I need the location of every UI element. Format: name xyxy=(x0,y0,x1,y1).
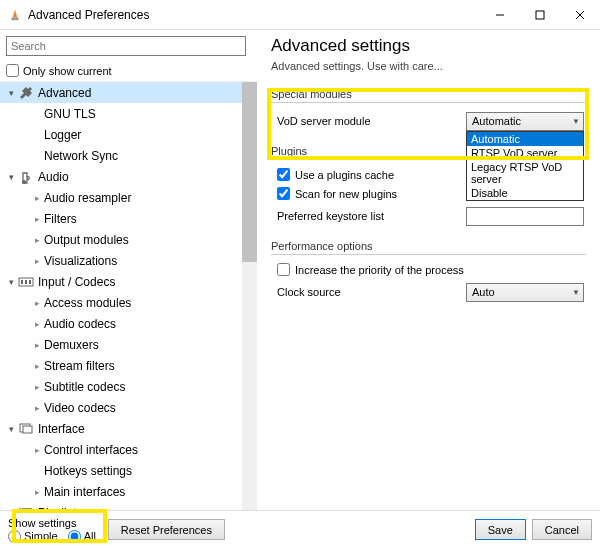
svg-rect-3 xyxy=(536,11,544,19)
scan-new-plugins-checkbox[interactable] xyxy=(277,187,290,200)
vod-server-label: VoD server module xyxy=(271,115,466,127)
preferences-tree[interactable]: ▾ Advanced GNU TLS Logger Network Sync ▾… xyxy=(0,81,257,510)
clock-source-dropdown[interactable]: Auto ▼ xyxy=(466,283,584,302)
tree-item-audio-codecs[interactable]: ▸Audio codecs xyxy=(0,313,257,334)
minimize-button[interactable] xyxy=(480,0,520,30)
window-title: Advanced Preferences xyxy=(28,8,480,22)
svg-marker-0 xyxy=(12,8,17,17)
tree-item-interface[interactable]: ▾ Interface xyxy=(0,418,257,439)
chevron-right-icon[interactable]: ▸ xyxy=(30,298,44,308)
svg-rect-10 xyxy=(29,280,31,284)
tree-item-audio-resampler[interactable]: ▸Audio resampler xyxy=(0,187,257,208)
bottom-bar: Show settings Simple All Reset Preferenc… xyxy=(0,510,600,548)
vod-server-value: Automatic xyxy=(472,115,521,127)
app-icon xyxy=(8,8,22,22)
cancel-button[interactable]: Cancel xyxy=(532,519,592,540)
chevron-down-icon: ▼ xyxy=(572,117,580,126)
show-settings-all[interactable]: All xyxy=(68,530,96,543)
titlebar: Advanced Preferences xyxy=(0,0,600,30)
vod-server-dropdown-list[interactable]: Automatic RTSP VoD server Legacy RTSP Vo… xyxy=(466,131,584,201)
reset-preferences-button[interactable]: Reset Preferences xyxy=(108,519,225,540)
audio-icon xyxy=(18,169,34,185)
svg-point-6 xyxy=(22,180,26,184)
vod-server-dropdown[interactable]: Automatic ▼ Automatic RTSP VoD server Le… xyxy=(466,112,584,131)
tree-item-control-interfaces[interactable]: ▸Control interfaces xyxy=(0,439,257,460)
clock-source-value: Auto xyxy=(472,286,495,298)
codec-icon xyxy=(18,274,34,290)
tree-item-hotkeys-settings[interactable]: Hotkeys settings xyxy=(0,460,257,481)
settings-hint: Advanced settings. Use with care... xyxy=(271,60,586,72)
vod-option-legacy-rtsp[interactable]: Legacy RTSP VoD server xyxy=(467,160,583,186)
chevron-down-icon[interactable]: ▾ xyxy=(4,277,18,287)
svg-rect-1 xyxy=(12,17,19,20)
maximize-button[interactable] xyxy=(520,0,560,30)
chevron-right-icon[interactable]: ▸ xyxy=(30,487,44,497)
vod-option-automatic[interactable]: Automatic xyxy=(467,132,583,146)
tree-item-output-modules[interactable]: ▸Output modules xyxy=(0,229,257,250)
playlist-icon xyxy=(18,505,34,511)
tools-icon xyxy=(18,85,34,101)
only-show-current-label: Only show current xyxy=(23,65,112,77)
tree-item-input-codecs[interactable]: ▾ Input / Codecs xyxy=(0,271,257,292)
chevron-right-icon[interactable]: ▸ xyxy=(30,235,44,245)
chevron-down-icon[interactable]: ▾ xyxy=(4,172,18,182)
settings-title: Advanced settings xyxy=(271,36,586,56)
use-plugins-cache-checkbox[interactable] xyxy=(277,168,290,181)
tree-item-access-modules[interactable]: ▸Access modules xyxy=(0,292,257,313)
increase-priority-label: Increase the priority of the process xyxy=(295,264,464,276)
vod-option-rtsp[interactable]: RTSP VoD server xyxy=(467,146,583,160)
tree-item-video-codecs[interactable]: ▸Video codecs xyxy=(0,397,257,418)
show-settings-label: Show settings xyxy=(8,517,102,529)
tree-item-advanced[interactable]: ▾ Advanced xyxy=(0,82,257,103)
increase-priority-checkbox[interactable] xyxy=(277,263,290,276)
section-performance: Performance options xyxy=(271,240,586,255)
tree-item-main-interfaces[interactable]: ▸Main interfaces xyxy=(0,481,257,502)
svg-rect-12 xyxy=(23,426,32,433)
tree-item-demuxers[interactable]: ▸Demuxers xyxy=(0,334,257,355)
scan-new-plugins-label: Scan for new plugins xyxy=(295,188,397,200)
svg-point-16 xyxy=(19,508,21,510)
right-pane: Advanced settings Advanced settings. Use… xyxy=(257,30,600,510)
chevron-down-icon[interactable]: ▾ xyxy=(4,424,18,434)
tree-item-visualizations[interactable]: ▸Visualizations xyxy=(0,250,257,271)
chevron-right-icon[interactable]: ▸ xyxy=(30,256,44,266)
chevron-right-icon[interactable]: ▸ xyxy=(30,403,44,413)
left-pane: Only show current ▾ Advanced GNU TLS Log… xyxy=(0,30,257,510)
all-radio[interactable] xyxy=(68,530,81,543)
chevron-right-icon[interactable]: ▸ xyxy=(30,319,44,329)
keystore-label: Preferred keystore list xyxy=(271,210,466,222)
vod-option-disable[interactable]: Disable xyxy=(467,186,583,200)
chevron-right-icon[interactable]: ▸ xyxy=(30,214,44,224)
clock-source-label: Clock source xyxy=(271,286,466,298)
svg-rect-9 xyxy=(25,280,27,284)
close-button[interactable] xyxy=(560,0,600,30)
chevron-right-icon[interactable]: ▸ xyxy=(30,382,44,392)
save-button[interactable]: Save xyxy=(475,519,526,540)
chevron-right-icon[interactable]: ▸ xyxy=(30,361,44,371)
simple-radio[interactable] xyxy=(8,530,21,543)
keystore-input[interactable] xyxy=(466,207,584,226)
tree-item-logger[interactable]: Logger xyxy=(0,124,257,145)
tree-item-network-sync[interactable]: Network Sync xyxy=(0,145,257,166)
search-input[interactable] xyxy=(6,36,246,56)
svg-rect-8 xyxy=(21,280,23,284)
tree-item-audio[interactable]: ▾ Audio xyxy=(0,166,257,187)
show-settings-simple[interactable]: Simple xyxy=(8,530,58,543)
tree-scrollbar[interactable] xyxy=(242,82,257,510)
tree-item-subtitle-codecs[interactable]: ▸Subtitle codecs xyxy=(0,376,257,397)
tree-item-stream-filters[interactable]: ▸Stream filters xyxy=(0,355,257,376)
use-plugins-cache-label: Use a plugins cache xyxy=(295,169,394,181)
interface-icon xyxy=(18,421,34,437)
chevron-down-icon[interactable]: ▾ xyxy=(4,88,18,98)
chevron-right-icon[interactable]: ▸ xyxy=(30,445,44,455)
tree-item-filters[interactable]: ▸Filters xyxy=(0,208,257,229)
chevron-right-icon[interactable]: ▸ xyxy=(30,193,44,203)
chevron-down-icon: ▼ xyxy=(572,288,580,297)
chevron-right-icon[interactable]: ▸ xyxy=(30,340,44,350)
only-show-current-checkbox[interactable] xyxy=(6,64,19,77)
section-special-modules: Special modules xyxy=(271,88,586,103)
tree-item-gnu-tls[interactable]: GNU TLS xyxy=(0,103,257,124)
tree-item-playlist[interactable]: ▾ Playlist xyxy=(0,502,257,510)
chevron-down-icon[interactable]: ▾ xyxy=(4,508,18,511)
